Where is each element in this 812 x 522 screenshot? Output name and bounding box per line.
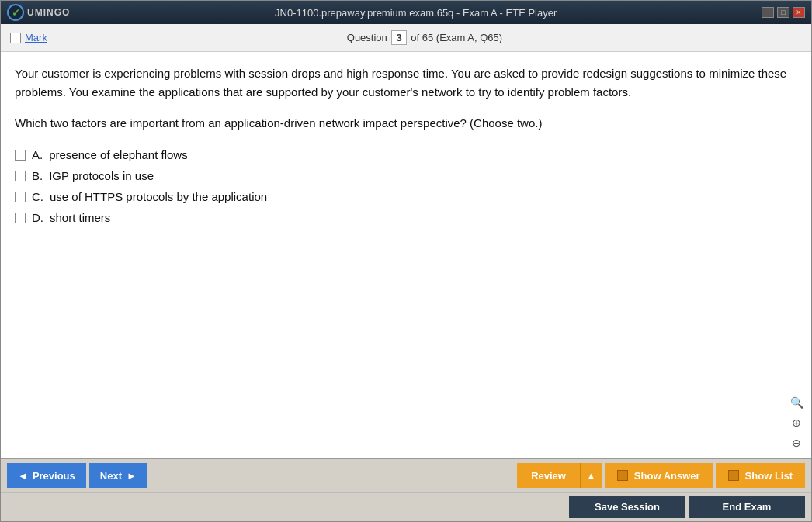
answer-label-d: D.: [32, 211, 43, 224]
zoom-in-icon[interactable]: ⊕: [788, 414, 805, 431]
question-number: 3: [391, 30, 406, 45]
answer-option-a: A. presence of elephant flows: [15, 148, 797, 161]
answer-label-c: C.: [32, 190, 43, 203]
answer-text-a: presence of elephant flows: [49, 148, 187, 161]
mark-area: Mark: [10, 32, 47, 43]
answer-option-b: B. IGP protocols in use: [15, 169, 797, 182]
show-list-label: Show List: [745, 470, 793, 482]
minimize-button[interactable]: _: [762, 7, 774, 18]
answer-text-c: use of HTTPS protocols by the applicatio…: [50, 190, 267, 203]
logo-text: UMINGO: [27, 7, 70, 18]
answer-text-b: IGP protocols in use: [49, 169, 154, 182]
zoom-out-icon[interactable]: ⊖: [788, 434, 805, 451]
show-list-button[interactable]: Show List: [716, 463, 805, 488]
nav-row: ◄ Previous Next ► Review ▲ Show Answer S…: [1, 459, 811, 492]
arrow-left-icon: ◄: [18, 470, 28, 482]
previous-button[interactable]: ◄ Previous: [7, 463, 86, 488]
title-bar-left: ✓ UMINGO: [7, 4, 70, 21]
close-button[interactable]: ✕: [793, 7, 805, 18]
logo: ✓ UMINGO: [7, 4, 70, 21]
show-answer-button[interactable]: Show Answer: [605, 463, 713, 488]
action-row: Save Session End Exam: [1, 492, 811, 521]
mark-checkbox[interactable]: [10, 33, 21, 43]
end-exam-button[interactable]: End Exam: [689, 496, 805, 518]
mark-label[interactable]: Mark: [25, 32, 47, 43]
next-label: Next: [100, 470, 122, 482]
title-bar: ✓ UMINGO JN0-1100.prepaway.premium.exam.…: [1, 1, 811, 24]
answer-text-d: short timers: [50, 211, 110, 224]
question-label: Question: [347, 32, 387, 43]
answer-label-a: A.: [32, 148, 43, 161]
answer-checkbox-b[interactable]: [15, 171, 26, 181]
save-session-button[interactable]: Save Session: [569, 496, 685, 518]
answer-option-d: D. short timers: [15, 211, 797, 224]
window-controls: _ □ ✕: [762, 7, 805, 18]
search-icon[interactable]: 🔍: [788, 394, 805, 411]
question-body: Your customer is experiencing problems w…: [15, 64, 797, 102]
review-dropdown-button[interactable]: ▲: [580, 463, 602, 488]
answer-checkbox-c[interactable]: [15, 192, 26, 202]
next-button[interactable]: Next ►: [89, 463, 147, 488]
maximize-button[interactable]: □: [777, 7, 789, 18]
review-button[interactable]: Review: [517, 463, 580, 488]
answer-label-b: B.: [32, 169, 43, 182]
arrow-right-icon: ►: [127, 470, 137, 482]
zoom-panel: 🔍 ⊕ ⊖: [788, 394, 805, 451]
question-info: Question 3 of 65 (Exam A, Q65): [47, 30, 802, 45]
window-title: JN0-1100.prepaway.premium.exam.65q - Exa…: [70, 7, 762, 19]
question-total: of 65 (Exam A, Q65): [411, 32, 502, 43]
review-button-group: Review ▲: [517, 463, 602, 488]
show-answer-checkbox-icon: [617, 470, 628, 481]
logo-icon: ✓: [7, 4, 24, 21]
answer-option-c: C. use of HTTPS protocols by the applica…: [15, 190, 797, 203]
answer-checkbox-a[interactable]: [15, 150, 26, 161]
previous-label: Previous: [33, 470, 75, 482]
main-content: Your customer is experiencing problems w…: [1, 52, 811, 458]
logo-checkmark: ✓: [12, 7, 20, 19]
show-list-checkbox-icon: [728, 470, 739, 481]
bottom-bar: ◄ Previous Next ► Review ▲ Show Answer S…: [1, 458, 811, 521]
show-answer-label: Show Answer: [634, 470, 700, 482]
toolbar: Mark Question 3 of 65 (Exam A, Q65): [1, 24, 811, 52]
question-sub: Which two factors are important from an …: [15, 114, 797, 133]
answer-checkbox-d[interactable]: [15, 213, 26, 223]
app-window: ✓ UMINGO JN0-1100.prepaway.premium.exam.…: [0, 0, 812, 522]
